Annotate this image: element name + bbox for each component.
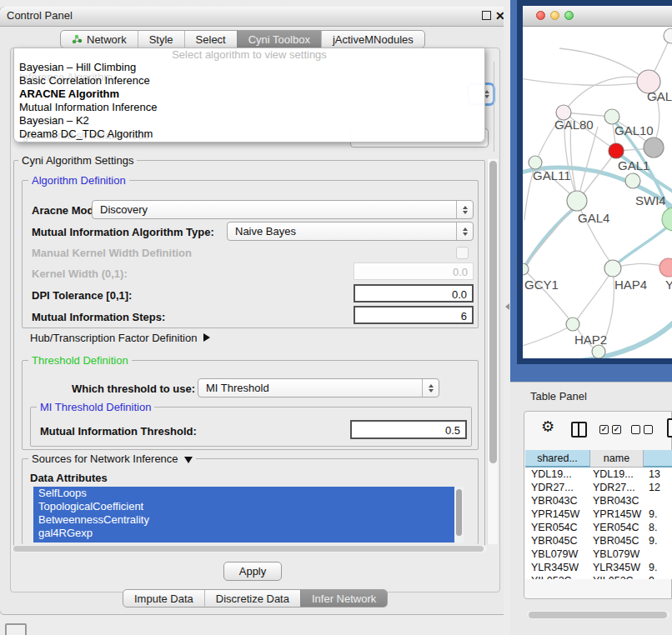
- table-row[interactable]: YDL19...YDL19...13: [525, 468, 672, 481]
- network-node[interactable]: [592, 345, 605, 358]
- network-node-hap2[interactable]: [566, 318, 579, 331]
- table-horizontal-scrollbar[interactable]: [527, 611, 670, 619]
- node-label-swi4: SWI4: [635, 193, 666, 208]
- close-window-icon[interactable]: [536, 11, 545, 20]
- algorithm-option[interactable]: Mutual Information Inference: [14, 101, 484, 114]
- network-window-titlebar[interactable]: [523, 6, 672, 27]
- table-cell: YDL19...: [590, 468, 644, 481]
- settings-vertical-scrollbar[interactable]: [487, 159, 498, 544]
- column-layout-icon[interactable]: [571, 422, 587, 438]
- algorithm-dropdown-popup: Select algorithm to view settings Bayesi…: [13, 48, 485, 142]
- table-cell: YIL052C: [525, 574, 590, 579]
- table-cell: YBL079W: [525, 548, 590, 561]
- table-cell: YPR145W: [525, 508, 590, 521]
- network-icon: [72, 34, 83, 44]
- algorithm-option[interactable]: Basic Correlation Inference: [14, 74, 484, 88]
- settings-horizontal-scrollbar[interactable]: [12, 545, 487, 552]
- network-node-gal11[interactable]: [529, 156, 542, 169]
- panel-splitter[interactable]: [504, 0, 510, 635]
- attribute-item[interactable]: gal4RGexp: [33, 527, 464, 540]
- network-node[interactable]: [664, 28, 672, 43]
- network-node-gal10[interactable]: [604, 109, 619, 124]
- table-cell: 9.: [644, 508, 672, 521]
- tab-discretize-data[interactable]: Discretize Data: [204, 590, 300, 607]
- network-node-hap4[interactable]: [604, 260, 621, 277]
- algorithm-option[interactable]: Bayesian – K2: [14, 114, 484, 128]
- table-body: YDL19...YDL19...13YDR27...YDR27...12YBR0…: [525, 468, 672, 579]
- network-node-gal4[interactable]: [567, 191, 587, 211]
- table-row[interactable]: YBR045CYBR045C9.: [525, 534, 672, 548]
- table-cell: YBR045C: [590, 534, 644, 548]
- tab-select[interactable]: Select: [184, 31, 237, 48]
- network-node-gal1[interactable]: [609, 143, 624, 158]
- mi-steps-field[interactable]: 6: [354, 306, 474, 324]
- table-row[interactable]: YER054CYER054C8.: [525, 521, 672, 534]
- splitter-collapse-icon[interactable]: [505, 303, 509, 310]
- dpi-tolerance-field[interactable]: 0.0: [354, 284, 474, 302]
- table-row[interactable]: YBR043CYBR043C: [525, 494, 672, 508]
- manual-kernel-checkbox[interactable]: [456, 247, 469, 259]
- tab-label: Style: [149, 33, 173, 46]
- collapsed-panel-icon[interactable]: [5, 623, 27, 635]
- zoom-window-icon[interactable]: [564, 11, 574, 20]
- network-node[interactable]: [644, 138, 664, 158]
- table-row[interactable]: YIL052CYIL052C9.: [525, 574, 672, 579]
- table-row[interactable]: YDR27...YDR27...12: [525, 481, 672, 494]
- table-cell: YBR043C: [525, 494, 590, 508]
- column-header-name[interactable]: name: [590, 450, 644, 468]
- node-label-hap2: HAP2: [574, 332, 607, 347]
- export-table-icon[interactable]: [667, 418, 672, 438]
- apply-button[interactable]: Apply: [223, 562, 282, 581]
- tab-cyni-toolbox[interactable]: Cyni Toolbox: [237, 31, 321, 48]
- table-row[interactable]: YPR145WYPR145W9.: [525, 508, 672, 521]
- float-panel-icon[interactable]: [482, 11, 491, 20]
- select-all-columns-icon[interactable]: ✓✓: [599, 425, 621, 434]
- table-cell: 8.: [644, 521, 672, 534]
- mi-type-select[interactable]: Naive Bayes: [227, 222, 474, 241]
- mi-threshold-field[interactable]: 0.5: [350, 420, 467, 439]
- table-cell: YDR27...: [525, 481, 590, 494]
- node-label-gcy1: GCY1: [524, 278, 559, 292]
- which-threshold-select[interactable]: MI Threshold: [198, 378, 439, 398]
- tab-network[interactable]: Network: [61, 31, 138, 48]
- gear-icon[interactable]: ⚙: [541, 419, 554, 434]
- tab-infer-network[interactable]: Infer Network: [300, 590, 387, 607]
- table-row[interactable]: YLR345WYLR345W9.: [525, 561, 672, 574]
- network-node-swi4[interactable]: [625, 173, 640, 188]
- kernel-width-field[interactable]: 0.0: [354, 262, 474, 280]
- minimize-window-icon[interactable]: [550, 11, 559, 20]
- table-cell: YBR045C: [525, 534, 590, 548]
- network-node[interactable]: [662, 208, 672, 231]
- table-cell: YDR27...: [590, 481, 644, 494]
- network-canvas[interactable]: GAL2GAL80GAL10GAL1GAL11SWI4GAL4GCY1HAP4Y…: [523, 27, 672, 358]
- combo-stepper-icon: [456, 201, 473, 218]
- node-label-y: Y: [665, 278, 672, 292]
- node-label-gal80: GAL80: [554, 118, 594, 132]
- tab-label: jActiveMNodules: [333, 33, 414, 46]
- network-node-y[interactable]: [659, 258, 672, 277]
- column-header-partial[interactable]: [644, 450, 672, 468]
- aracne-mode-select[interactable]: Discovery: [92, 200, 474, 219]
- tab-jactivemnodules[interactable]: jActiveMNodules: [321, 31, 424, 48]
- algorithm-option[interactable]: ARACNE Algorithm: [14, 88, 484, 101]
- sources-toggle[interactable]: Sources for Network Inference: [28, 452, 196, 465]
- list-scrollbar[interactable]: [454, 487, 464, 542]
- attribute-item[interactable]: TopologicalCoefficient: [33, 500, 464, 513]
- table-row[interactable]: YBL079WYBL079W: [525, 548, 672, 561]
- column-header-shared-name[interactable]: shared...: [525, 450, 590, 468]
- node-label-gal1: GAL1: [618, 158, 649, 172]
- tab-label: Select: [196, 33, 226, 46]
- application-screen: Control Panel ✕ NetworkStyleSelectCyni T…: [0, 0, 672, 635]
- tab-impute-data[interactable]: Impute Data: [123, 590, 204, 607]
- table-cell: YDL19...: [525, 468, 590, 481]
- deselect-all-columns-icon[interactable]: [631, 425, 653, 434]
- hub-definition-toggle[interactable]: Hub/Transcription Factor Definition: [30, 332, 210, 344]
- algorithm-option[interactable]: Dream8 DC_TDC Algorithm: [14, 128, 484, 141]
- tab-style[interactable]: Style: [138, 31, 184, 48]
- kernel-width-label: Kernel Width (0,1):: [32, 268, 128, 280]
- algorithm-option[interactable]: Bayesian – Hill Climbing: [14, 61, 484, 74]
- attribute-item[interactable]: BetweennessCentrality: [33, 513, 464, 527]
- data-attributes-list[interactable]: SelfLoopsTopologicalCoefficientBetweenne…: [33, 487, 464, 542]
- node-label-gal11: GAL11: [533, 168, 571, 182]
- attribute-item[interactable]: SelfLoops: [33, 487, 464, 500]
